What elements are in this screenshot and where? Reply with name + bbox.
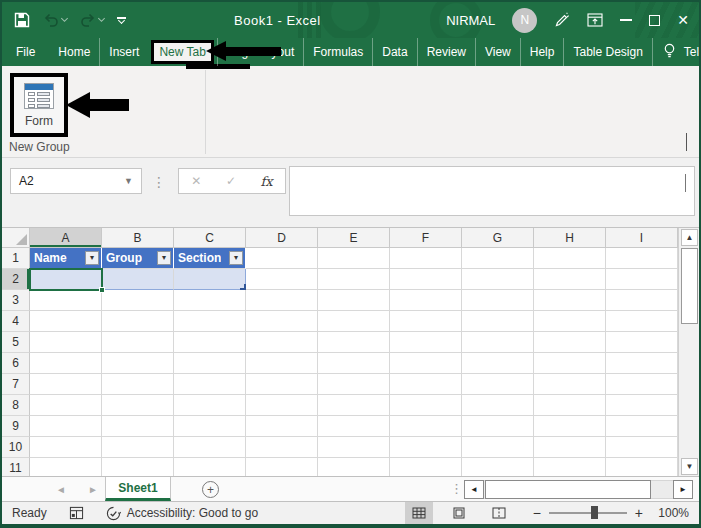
row-header-1[interactable]: 1 [2, 248, 30, 269]
redo-button[interactable] [80, 13, 104, 27]
name-box[interactable]: A2 ▼ [10, 168, 142, 194]
row-header-2[interactable]: 2 [2, 269, 30, 290]
row-header-9[interactable]: 9 [2, 416, 30, 437]
column-header-E[interactable]: E [318, 228, 390, 248]
tab-table-design[interactable]: Table Design [563, 38, 651, 66]
horizontal-scroll-thumb[interactable] [485, 480, 651, 499]
cell-F9[interactable] [390, 416, 462, 437]
cell-G5[interactable] [462, 332, 534, 353]
cell-I4[interactable] [606, 311, 678, 332]
tab-review[interactable]: Review [417, 38, 475, 66]
row-header-11[interactable]: 11 [2, 458, 30, 476]
zoom-out-button[interactable]: − [533, 505, 541, 521]
cell-F7[interactable] [390, 374, 462, 395]
cell-D10[interactable] [246, 437, 318, 458]
cell-A6[interactable] [30, 353, 102, 374]
cell-C6[interactable] [174, 353, 246, 374]
formula-input[interactable] [289, 166, 695, 216]
page-break-view-button[interactable] [485, 502, 513, 524]
close-button[interactable]: ✕ [677, 13, 689, 27]
scroll-right-icon[interactable]: ► [673, 480, 693, 499]
tab-view[interactable]: View [475, 38, 520, 66]
tab-data[interactable]: Data [372, 38, 416, 66]
cell-D7[interactable] [246, 374, 318, 395]
form-button[interactable]: Form [10, 73, 68, 137]
cell-H6[interactable] [534, 353, 606, 374]
accessibility-icon[interactable] [106, 506, 121, 521]
cell-D5[interactable] [246, 332, 318, 353]
column-header-I[interactable]: I [606, 228, 678, 248]
column-header-A[interactable]: A [30, 228, 102, 248]
splitter-handle-icon[interactable]: ⋮ [450, 481, 463, 496]
cell-G10[interactable] [462, 437, 534, 458]
cell-E6[interactable] [318, 353, 390, 374]
cell-D3[interactable] [246, 290, 318, 311]
cell-B6[interactable] [102, 353, 174, 374]
cell-A2[interactable] [30, 269, 102, 290]
cell-D8[interactable] [246, 395, 318, 416]
cell-C9[interactable] [174, 416, 246, 437]
row-header-8[interactable]: 8 [2, 395, 30, 416]
cell-I9[interactable] [606, 416, 678, 437]
cell-I7[interactable] [606, 374, 678, 395]
cell-A9[interactable] [30, 416, 102, 437]
cell-G11[interactable] [462, 458, 534, 476]
chevron-down-icon[interactable]: ▼ [124, 176, 141, 186]
cell-C4[interactable] [174, 311, 246, 332]
cell-B3[interactable] [102, 290, 174, 311]
cell-I11[interactable] [606, 458, 678, 476]
cell-F10[interactable] [390, 437, 462, 458]
cell-G8[interactable] [462, 395, 534, 416]
cell-C10[interactable] [174, 437, 246, 458]
column-header-C[interactable]: C [174, 228, 246, 248]
cell-C5[interactable] [174, 332, 246, 353]
cell-G3[interactable] [462, 290, 534, 311]
tab-insert[interactable]: Insert [99, 38, 148, 66]
cell-A4[interactable] [30, 311, 102, 332]
cell-D4[interactable] [246, 311, 318, 332]
cell-E8[interactable] [318, 395, 390, 416]
ribbon-display-options-icon[interactable] [587, 13, 603, 27]
save-icon[interactable] [14, 12, 30, 28]
cell-I8[interactable] [606, 395, 678, 416]
scroll-left-icon[interactable]: ◄ [464, 480, 484, 499]
table-resize-handle[interactable] [240, 284, 246, 290]
cell-E4[interactable] [318, 311, 390, 332]
row-header-7[interactable]: 7 [2, 374, 30, 395]
cell-G6[interactable] [462, 353, 534, 374]
column-header-D[interactable]: D [246, 228, 318, 248]
cell-E1[interactable] [318, 248, 390, 269]
vertical-scroll-thumb[interactable] [681, 248, 698, 324]
cell-D9[interactable] [246, 416, 318, 437]
user-name[interactable]: NIRMAL [446, 13, 495, 28]
cell-I3[interactable] [606, 290, 678, 311]
cell-H9[interactable] [534, 416, 606, 437]
cell-E2[interactable] [318, 269, 390, 290]
drag-handle-icon[interactable]: ⋮ [152, 174, 165, 190]
cell-H8[interactable] [534, 395, 606, 416]
collapse-ribbon-icon[interactable] [686, 134, 687, 152]
cell-E9[interactable] [318, 416, 390, 437]
tab-formulas[interactable]: Formulas [303, 38, 372, 66]
cell-F5[interactable] [390, 332, 462, 353]
maximize-button[interactable] [649, 15, 660, 26]
pen-icon[interactable] [554, 12, 570, 28]
tab-file[interactable]: File [2, 38, 49, 66]
cell-F11[interactable] [390, 458, 462, 476]
column-header-G[interactable]: G [462, 228, 534, 248]
cell-H2[interactable] [534, 269, 606, 290]
cell-A7[interactable] [30, 374, 102, 395]
tab-home[interactable]: Home [49, 38, 99, 66]
sheet-tab-sheet1[interactable]: Sheet1 [105, 477, 171, 501]
cell-G1[interactable] [462, 248, 534, 269]
cell-G4[interactable] [462, 311, 534, 332]
cell-D11[interactable] [246, 458, 318, 476]
cell-F1[interactable] [390, 248, 462, 269]
scroll-up-icon[interactable]: ▲ [681, 229, 698, 246]
cell-H1[interactable] [534, 248, 606, 269]
cell-I2[interactable] [606, 269, 678, 290]
row-header-5[interactable]: 5 [2, 332, 30, 353]
row-header-6[interactable]: 6 [2, 353, 30, 374]
cell-E10[interactable] [318, 437, 390, 458]
enter-icon[interactable]: ✓ [226, 174, 236, 188]
